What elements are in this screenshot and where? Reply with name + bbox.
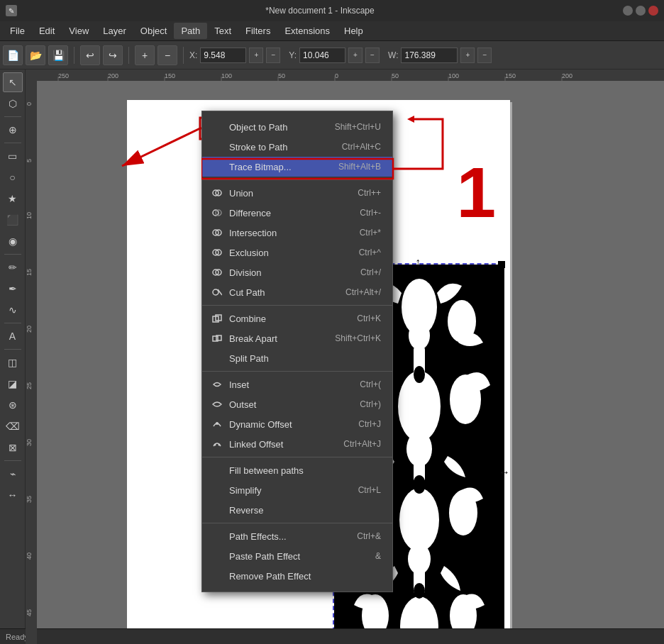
svg-text:250: 250: [58, 72, 69, 79]
menu-item-division[interactable]: Division Ctrl+/: [202, 262, 392, 282]
coord-x-plus[interactable]: +: [249, 48, 263, 63]
svg-text:15: 15: [26, 269, 33, 276]
division-label: Division: [229, 267, 355, 278]
minimize-button[interactable]: [623, 6, 633, 16]
menu-item-outset[interactable]: Outset Ctrl+): [202, 394, 392, 414]
menu-object[interactable]: Object: [133, 23, 175, 39]
combine-icon: [211, 312, 223, 325]
close-button[interactable]: [648, 6, 658, 16]
coord-w-input[interactable]: [401, 48, 458, 63]
menu-edit[interactable]: Edit: [32, 23, 62, 39]
coord-y-minus[interactable]: −: [365, 48, 380, 63]
paste-path-effect-icon: [211, 550, 223, 562]
tool-sep-3: [4, 254, 21, 255]
menu-item-remove-path-effect[interactable]: Remove Path Effect: [202, 566, 392, 586]
tool-pencil[interactable]: ✏: [3, 257, 23, 277]
coord-y-group: Y: + −: [289, 48, 380, 63]
tool-text[interactable]: A: [3, 326, 23, 346]
tool-3dbox[interactable]: ⬛: [3, 210, 23, 230]
split-path-label: Split Path: [229, 353, 375, 364]
coord-y-plus[interactable]: +: [348, 48, 363, 63]
object-to-path-icon: [211, 121, 223, 133]
menu-item-path-effects[interactable]: Path Effects... Ctrl+&: [202, 526, 392, 546]
svg-point-81: [218, 444, 221, 446]
tool-dropper[interactable]: ◪: [3, 374, 23, 394]
tool-rect[interactable]: ▭: [3, 146, 23, 166]
exclusion-label: Exclusion: [229, 248, 353, 258]
menu-item-trace-bitmap[interactable]: Trace Bitmap... Shift+Alt+B: [202, 157, 392, 177]
menu-item-paste-path-effect[interactable]: Paste Path Effect &: [202, 546, 392, 566]
menu-item-inset[interactable]: Inset Ctrl+(: [202, 374, 392, 394]
tool-eraser[interactable]: ⌫: [3, 416, 23, 436]
difference-shortcut: Ctrl+-: [360, 208, 381, 218]
menu-item-object-to-path[interactable]: Object to Path Shift+Ctrl+U: [202, 117, 392, 137]
menu-help[interactable]: Help: [337, 23, 370, 39]
menu-filters[interactable]: Filters: [238, 23, 277, 39]
toolbar-open[interactable]: 📂: [26, 45, 45, 65]
menu-item-exclusion[interactable]: Exclusion Ctrl+^: [202, 243, 392, 262]
tool-calligraphy[interactable]: ∿: [3, 300, 23, 320]
menu-file[interactable]: File: [3, 23, 32, 39]
tool-spray[interactable]: ⊛: [3, 395, 23, 415]
tool-sep-4: [4, 323, 21, 323]
toolbar-zoom-in[interactable]: +: [135, 45, 155, 65]
tool-pen[interactable]: ✒: [3, 279, 23, 299]
object-to-path-shortcut: Shift+Ctrl+U: [335, 122, 381, 132]
menu-item-fill-between[interactable]: Fill between paths: [202, 460, 392, 480]
split-path-icon: [211, 352, 223, 365]
menu-path[interactable]: Path: [174, 23, 207, 39]
trace-bitmap-label: Trace Bitmap...: [229, 162, 333, 172]
menu-item-union[interactable]: Union Ctrl++: [202, 183, 392, 203]
coord-w-plus[interactable]: +: [460, 48, 475, 63]
menu-item-break-apart[interactable]: Break Apart Shift+Ctrl+K: [202, 328, 392, 348]
menu-extensions[interactable]: Extensions: [277, 23, 337, 39]
union-label: Union: [229, 188, 352, 199]
toolbar-undo[interactable]: ↩: [80, 45, 100, 65]
tool-node[interactable]: ⬡: [3, 94, 23, 113]
simplify-icon: [211, 484, 223, 496]
menu-bar: File Edit View Layer Object Path Text Fi…: [0, 21, 664, 41]
menu-view[interactable]: View: [62, 23, 96, 39]
tool-select[interactable]: ↖: [3, 72, 23, 92]
tool-measure[interactable]: ↔: [3, 485, 23, 505]
cut-path-icon: [211, 286, 223, 299]
svg-text:25: 25: [26, 382, 33, 389]
svg-text:35: 35: [26, 496, 33, 503]
coord-y-input[interactable]: [299, 48, 345, 63]
svg-text:100: 100: [221, 72, 232, 79]
toolbar-zoom-out[interactable]: −: [157, 45, 177, 65]
svg-point-36: [409, 321, 430, 350]
menu-item-difference[interactable]: Difference Ctrl+-: [202, 203, 392, 223]
toolbar-save[interactable]: 💾: [48, 45, 68, 65]
tool-ellipse[interactable]: ○: [3, 167, 23, 187]
menu-item-dynamic-offset[interactable]: Dynamic Offset Ctrl+J: [202, 414, 392, 434]
menu-item-split-path[interactable]: Split Path: [202, 348, 392, 368]
svg-text:20: 20: [26, 326, 33, 333]
tool-connector[interactable]: ⌁: [3, 464, 23, 484]
menu-item-linked-offset[interactable]: Linked Offset Ctrl+Alt+J: [202, 434, 392, 454]
menu-item-simplify[interactable]: Simplify Ctrl+L: [202, 480, 392, 500]
coord-w-group: W: + −: [388, 48, 492, 63]
menu-item-stroke-to-path[interactable]: Stroke to Path Ctrl+Alt+C: [202, 137, 392, 157]
tool-star[interactable]: ★: [3, 189, 23, 209]
toolbar-new[interactable]: 📄: [3, 45, 23, 65]
coord-w-minus[interactable]: −: [477, 48, 492, 63]
toolbar-redo[interactable]: ↪: [103, 45, 123, 65]
menu-layer[interactable]: Layer: [96, 23, 133, 39]
menu-item-combine[interactable]: Combine Ctrl+K: [202, 309, 392, 328]
menu-text[interactable]: Text: [207, 23, 238, 39]
coord-x-input[interactable]: [200, 48, 246, 63]
dynamic-offset-shortcut: Ctrl+J: [358, 419, 381, 429]
tool-zoom[interactable]: ⊕: [3, 120, 23, 140]
dynamic-offset-icon: [211, 418, 223, 431]
tool-bucket[interactable]: ⊠: [3, 438, 23, 457]
coord-x-minus[interactable]: −: [266, 48, 280, 63]
menu-item-reverse[interactable]: Reverse: [202, 500, 392, 520]
tool-gradient[interactable]: ◫: [3, 352, 23, 372]
maximize-button[interactable]: [636, 6, 646, 16]
canvas-area[interactable]: 250 200 150 100 50 0 50 100 150 200: [26, 70, 664, 644]
menu-item-intersection[interactable]: Intersection Ctrl+*: [202, 223, 392, 243]
tool-spiral[interactable]: ◉: [3, 231, 23, 251]
menu-item-cut-path[interactable]: Cut Path Ctrl+Alt+/: [202, 282, 392, 302]
status-bar: Ready: [0, 628, 664, 644]
